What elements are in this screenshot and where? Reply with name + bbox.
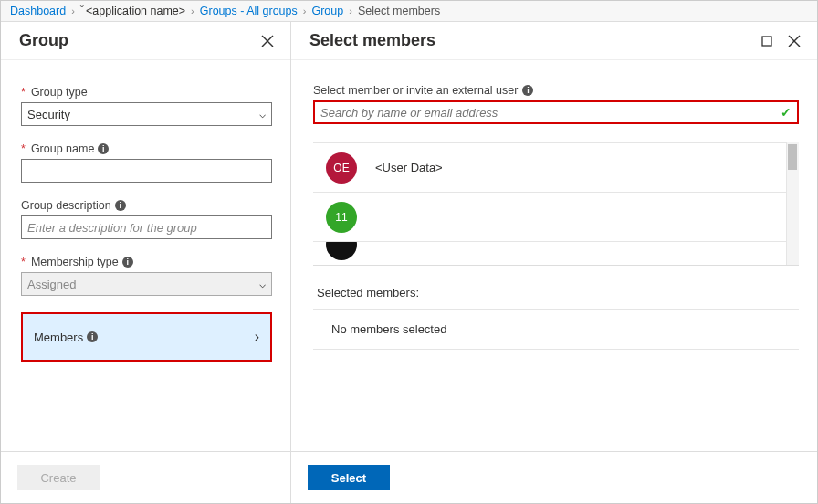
selected-members-label: Selected members: — [317, 286, 799, 299]
breadcrumb-sep: › — [303, 5, 307, 16]
check-icon: ✓ — [781, 105, 792, 120]
info-icon[interactable]: i — [115, 200, 126, 211]
list-item[interactable]: 11 — [313, 192, 799, 241]
group-blade-footer: Create — [1, 451, 290, 503]
list-item[interactable] — [313, 241, 799, 265]
breadcrumb-dashboard[interactable]: Dashboard — [10, 5, 66, 17]
member-search-input[interactable] — [320, 106, 781, 120]
search-label: Select member or invite an external user… — [313, 84, 799, 97]
breadcrumb-group[interactable]: Group — [311, 5, 343, 17]
breadcrumb: Dashboard › ˇ<application name> › Groups… — [1, 1, 817, 22]
breadcrumb-sep: › — [71, 5, 75, 16]
breadcrumb-sep: › — [349, 5, 352, 16]
membership-type-select[interactable]: Assigned ⌵ — [21, 272, 272, 296]
group-name-label: * Group name i — [21, 142, 272, 155]
chevron-down-icon: ⌵ — [259, 108, 266, 121]
scrollbar-thumb[interactable] — [788, 144, 797, 170]
select-members-footer: Select — [291, 451, 817, 503]
members-label: Members — [34, 331, 83, 344]
membership-type-field: * Membership type i Assigned ⌵ — [21, 256, 272, 296]
app-root: Dashboard › ˇ<application name> › Groups… — [0, 0, 818, 504]
select-members-body: Select member or invite an external user… — [291, 60, 817, 451]
group-desc-label: Group description i — [21, 199, 272, 212]
group-type-field: * Group type Security ⌵ — [21, 86, 272, 126]
info-icon[interactable]: i — [522, 85, 533, 96]
group-blade-title: Group — [19, 31, 68, 50]
close-icon[interactable] — [786, 33, 802, 49]
group-blade-body: * Group type Security ⌵ * Group name i — [1, 60, 290, 451]
list-item[interactable]: OE <User Data> — [313, 142, 799, 192]
group-desc-input[interactable] — [21, 215, 272, 239]
close-icon[interactable] — [259, 33, 276, 49]
select-members-header: Select members — [291, 22, 817, 60]
group-name-input[interactable] — [21, 159, 272, 183]
group-blade-header: Group — [1, 22, 290, 60]
required-marker: * — [21, 142, 26, 155]
group-type-select[interactable]: Security ⌵ — [21, 102, 272, 126]
scrollbar[interactable] — [786, 142, 799, 265]
list-item-name: <User Data> — [375, 161, 443, 174]
required-marker: * — [21, 256, 26, 268]
required-marker: * — [21, 86, 26, 99]
chevron-down-icon: ⌵ — [259, 278, 266, 290]
membership-type-value: Assigned — [27, 278, 76, 291]
group-type-value: Security — [27, 108, 70, 121]
restore-icon[interactable] — [759, 33, 775, 49]
avatar: 11 — [326, 202, 357, 233]
info-icon[interactable]: i — [98, 143, 109, 154]
member-list: OE <User Data> 11 — [313, 142, 799, 266]
select-members-title: Select members — [309, 31, 435, 50]
avatar — [326, 241, 357, 260]
no-members-text: No members selected — [313, 309, 799, 350]
member-search-box: ✓ — [313, 100, 799, 124]
group-type-label: * Group type — [21, 86, 272, 99]
breadcrumb-groups[interactable]: Groups - All groups — [200, 5, 298, 17]
select-button[interactable]: Select — [308, 465, 390, 490]
avatar: OE — [326, 152, 357, 184]
create-button[interactable]: Create — [17, 465, 100, 490]
breadcrumb-sep: › — [191, 5, 194, 16]
select-members-blade: Select members Select member or invite a… — [291, 22, 817, 503]
group-name-field: * Group name i — [21, 142, 272, 183]
info-icon[interactable]: i — [122, 257, 133, 268]
panes: Group * Group type Security ⌵ — [1, 22, 817, 503]
info-icon[interactable]: i — [87, 331, 98, 342]
breadcrumb-app: ˇ<application name> — [80, 5, 185, 17]
svg-rect-2 — [762, 37, 771, 46]
chevron-right-icon: › — [255, 329, 259, 345]
group-desc-field: Group description i — [21, 199, 272, 239]
breadcrumb-current: Select members — [358, 5, 440, 17]
membership-type-label: * Membership type i — [21, 256, 272, 268]
members-field: Members i › — [21, 312, 272, 362]
group-blade: Group * Group type Security ⌵ — [1, 22, 291, 503]
members-tile[interactable]: Members i › — [21, 312, 272, 362]
